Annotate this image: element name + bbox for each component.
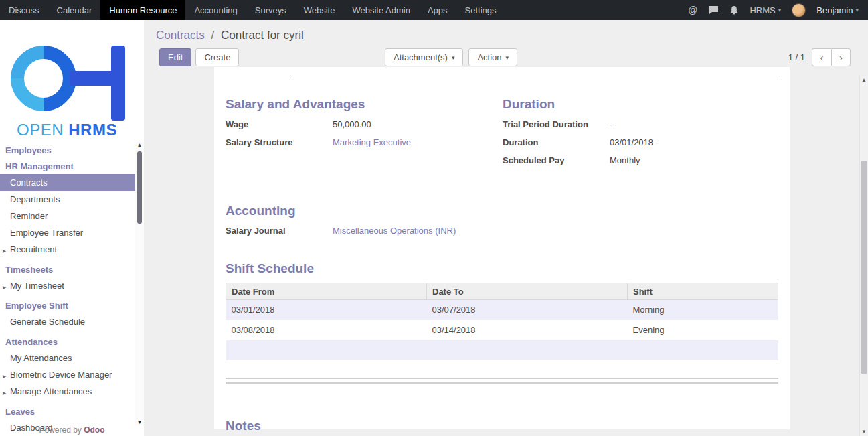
logo-v-bar [111,46,125,121]
chat-icon[interactable] [708,5,719,15]
main-scrollbar-thumb[interactable] [861,161,867,374]
sidebar-item-manage-attendances[interactable]: ▸ Manage Attendances [0,383,135,400]
scroll-down-icon[interactable]: ▼ [135,419,144,425]
odoo-brand-link[interactable]: Odoo [84,425,104,435]
sidebar-item-my-attendances[interactable]: My Attendances [0,350,135,366]
sidebar-menu: Employees HR Management Contracts Depart… [0,142,135,436]
sidebar-item-generate-schedule[interactable]: Generate Schedule [0,313,135,330]
logo-text-hrms: HRMS [68,121,117,139]
cell-date-from[interactable] [226,340,427,360]
chevron-down-icon: ▾ [778,7,782,13]
sidebar-header-leaves[interactable]: Leaves [0,403,135,419]
wage-value: 50,000.00 [333,119,371,131]
cell-date-from[interactable]: 03/01/2018 [226,300,427,320]
openhrms-logo: OPEN HRMS [0,20,144,139]
sidebar-header-employee-shift[interactable]: Employee Shift [0,297,135,313]
chevron-down-icon: ▾ [506,54,509,61]
sidebar-item-label: Biometric Device Manager [10,370,112,380]
action-dropdown-button[interactable]: Action ▾ [468,48,517,66]
cell-shift[interactable]: Evening [628,320,778,340]
menu-surveys[interactable]: Surveys [246,0,295,20]
attachments-dropdown-button[interactable]: Attachment(s) ▾ [385,48,463,66]
pager-next-button[interactable]: › [831,48,851,66]
column-header-date-to[interactable]: Date To [427,283,628,300]
salary-journal-field: Salary Journal Miscellaneous Operations … [226,225,778,237]
sidebar-item-contracts[interactable]: Contracts [0,174,135,191]
notebook-tab-border [292,76,778,76]
edit-button[interactable]: Edit [159,48,191,66]
expand-arrow-icon: ▸ [3,245,6,257]
hrms-dropdown[interactable]: HRMS ▾ [750,5,781,15]
sidebar: OPEN HRMS Employees HR Management Contra… [0,20,144,436]
sidebar-item-departments[interactable]: Departments [0,191,135,208]
menu-website[interactable]: Website [295,0,344,20]
wage-label: Wage [226,119,333,131]
bell-icon[interactable] [729,5,739,15]
notes-section: Notes [226,419,778,433]
table-row-empty[interactable] [226,340,778,360]
sidebar-header-attendances[interactable]: Attendances [0,334,135,350]
create-button[interactable]: Create [195,48,239,66]
duration-section-title: Duration [503,97,778,112]
sidebar-item-biometric-device-manager[interactable]: ▸ Biometric Device Manager [0,366,135,383]
scheduled-pay-value: Monthly [610,155,640,167]
cell-date-to[interactable] [427,340,628,360]
duration-field: Duration 03/01/2018 - [503,137,778,149]
breadcrumb: Contracts / Contract for cyril [156,29,304,42]
sidebar-scrollbar[interactable]: ▲ ▼ [135,142,144,425]
menu-accounting[interactable]: Accounting [185,0,246,20]
salary-journal-link[interactable]: Miscellaneous Operations (INR) [333,225,456,237]
table-row[interactable]: 03/01/2018 03/07/2018 Morning [226,300,778,320]
menu-calendar[interactable]: Calendar [48,0,101,20]
pager-previous-button[interactable]: ‹ [812,48,831,66]
user-menu[interactable]: Benjamin ▾ [816,5,859,15]
notes-section-title: Notes [226,419,778,433]
column-header-shift[interactable]: Shift [628,283,778,300]
sidebar-header-employees[interactable]: Employees [0,142,135,158]
menu-settings[interactable]: Settings [456,0,505,20]
table-row[interactable]: 03/08/2018 03/14/2018 Evening [226,320,778,340]
scheduled-pay-label: Scheduled Pay [503,155,610,167]
accounting-section-title: Accounting [226,204,778,218]
salary-section-title: Salary and Advantages [226,97,503,112]
column-header-date-from[interactable]: Date From [226,283,427,300]
expand-arrow-icon: ▸ [3,387,6,398]
sidebar-item-employee-transfer[interactable]: Employee Transfer [0,224,135,241]
cell-shift[interactable] [628,340,778,360]
trial-period-field: Trial Period Duration - [503,119,778,131]
sidebar-item-reminder[interactable]: Reminder [0,208,135,224]
trial-period-value: - [610,119,612,131]
cell-date-to[interactable]: 03/14/2018 [427,320,628,340]
sidebar-scrollbar-thumb[interactable] [137,151,142,224]
powered-by-text: Powered by [39,425,81,435]
contract-form-sheet: Salary and Advantages Wage 50,000.00 Sal… [214,67,790,429]
menu-website-admin[interactable]: Website Admin [343,0,418,20]
menu-discuss[interactable]: Discuss [0,0,48,20]
main-scrollbar[interactable]: ▲ ▼ [859,76,868,436]
cell-shift[interactable]: Morning [628,300,778,320]
scroll-up-icon[interactable]: ▲ [135,142,144,148]
salary-structure-link[interactable]: Marketing Executive [333,137,411,149]
scroll-down-icon[interactable]: ▼ [860,429,868,435]
sidebar-item-recruitment[interactable]: ▸ Recruitment [0,241,135,258]
scroll-up-icon[interactable]: ▲ [860,77,868,83]
menu-human-resource[interactable]: Human Resource [100,0,185,20]
powered-by: Powered by Odoo [0,425,144,435]
sidebar-header-hr-management[interactable]: HR Management [0,158,135,174]
cell-date-from[interactable]: 03/08/2018 [226,320,427,340]
chevron-left-icon: ‹ [820,52,824,63]
breadcrumb-contracts-link[interactable]: Contracts [156,29,205,42]
sidebar-item-label: My Timesheet [10,281,64,291]
expand-arrow-icon: ▸ [3,281,6,293]
sidebar-item-my-timesheet[interactable]: ▸ My Timesheet [0,277,135,294]
cell-date-to[interactable]: 03/07/2018 [427,300,628,320]
menu-apps[interactable]: Apps [419,0,456,20]
logo-text-open: OPEN [17,121,64,139]
user-avatar[interactable] [792,3,806,17]
sidebar-header-timesheets[interactable]: Timesheets [0,261,135,277]
record-pager: 1 / 1 ‹ › [788,48,851,66]
duration-label: Duration [503,137,610,149]
mentions-icon[interactable]: @ [688,5,697,15]
scheduled-pay-field: Scheduled Pay Monthly [503,155,778,167]
record-buttons: Edit Create [159,48,239,66]
